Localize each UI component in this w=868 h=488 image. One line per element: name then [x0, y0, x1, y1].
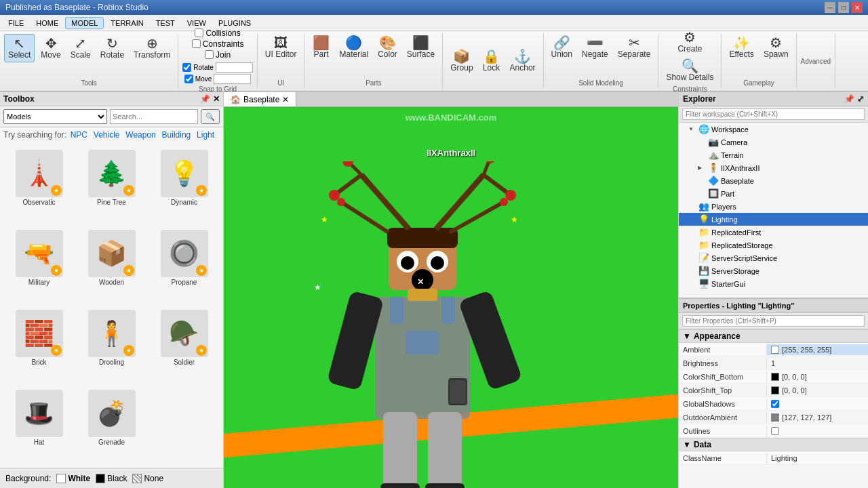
- prop-row: ColorShift_Top[0, 0, 0]: [679, 384, 868, 397]
- surface-button[interactable]: ⬛ Surface: [403, 34, 438, 61]
- explorer-pin-icon[interactable]: 📌: [844, 94, 854, 104]
- toolbox-item-name: Wooden: [99, 279, 124, 286]
- prop-checkbox[interactable]: [771, 427, 779, 435]
- part-button[interactable]: 🟫 Part: [309, 34, 333, 61]
- toolbox-item[interactable]: 🔫 ★ Military: [4, 226, 74, 304]
- hint-vehicle[interactable]: Vehicle: [94, 130, 120, 140]
- badge-icon: ★: [196, 345, 207, 356]
- bg-none-option[interactable]: None: [132, 474, 163, 483]
- explorer-maximize-icon[interactable]: ⤢: [857, 94, 864, 104]
- toolbox-item[interactable]: 🧱 ★ Brick: [4, 306, 74, 384]
- menu-file[interactable]: FILE: [3, 18, 29, 28]
- rotate-angle-input[interactable]: 0.000 °: [216, 62, 253, 73]
- hint-npc[interactable]: NPC: [71, 130, 87, 140]
- group-button[interactable]: 📦 Group: [447, 47, 476, 75]
- move-snap-checkbox[interactable]: [184, 75, 193, 83]
- material-button[interactable]: 🔵 Material: [336, 34, 372, 61]
- maximize-button[interactable]: □: [838, 2, 849, 13]
- collisions-label: Collisions: [205, 28, 240, 38]
- properties-search-input[interactable]: [682, 315, 865, 327]
- search-input[interactable]: [110, 109, 198, 124]
- minimize-button[interactable]: ─: [825, 2, 835, 13]
- baseplate-tab-close[interactable]: ✕: [282, 95, 289, 104]
- toolbox-item[interactable]: 🎩 Hat: [4, 386, 74, 464]
- window-controls[interactable]: ─ □ ✕: [825, 2, 863, 13]
- toolbox-item[interactable]: 📦 ★ Wooden: [77, 226, 146, 304]
- close-button[interactable]: ✕: [852, 2, 863, 13]
- lock-button[interactable]: 🔒 Lock: [479, 47, 504, 75]
- hint-building[interactable]: Building: [162, 130, 191, 140]
- toolbox-item[interactable]: 🗼 ★ Observatic: [4, 146, 74, 224]
- toolbox-item[interactable]: 🧍 ★ Drooling: [77, 306, 146, 384]
- search-button[interactable]: 🔍: [201, 109, 220, 124]
- select-button[interactable]: ↖ Select: [4, 34, 35, 62]
- badge-icon: ★: [51, 265, 62, 276]
- tree-item[interactable]: ▼ 🌐 Workspace: [679, 123, 868, 136]
- tree-item[interactable]: 📷 Camera: [679, 136, 868, 148]
- prop-value[interactable]: [767, 426, 868, 436]
- category-select[interactable]: Models: [3, 109, 107, 124]
- toolbox-item[interactable]: 🔘 ★ Propane: [149, 226, 219, 304]
- prop-checkbox[interactable]: [771, 400, 779, 408]
- baseplate-tab[interactable]: 🏠 Baseplate ✕: [224, 92, 296, 106]
- toolbox-item[interactable]: 💣 Grenade: [77, 386, 146, 464]
- menu-model[interactable]: MODEL: [65, 17, 104, 29]
- create-button[interactable]: ⚙ Create: [674, 28, 705, 56]
- spawn-button[interactable]: ⚙ Spawn: [760, 34, 792, 61]
- prop-value[interactable]: 1: [767, 358, 868, 369]
- move-button[interactable]: ✥ Move: [37, 35, 64, 62]
- prop-section-header[interactable]: ▼Data: [679, 438, 868, 451]
- anchor-button[interactable]: ⚓ Anchor: [507, 47, 539, 75]
- tree-item[interactable]: 📁 ReplicatedFirst: [679, 226, 868, 239]
- toolbox-item[interactable]: 🪖 ★ Soldier: [149, 306, 219, 384]
- menu-terrain[interactable]: TERRAIN: [105, 18, 149, 28]
- menu-plugins[interactable]: PLUGINS: [213, 18, 256, 28]
- toolbox-item[interactable]: 💡 ★ Dynamic: [149, 146, 219, 224]
- rotate-button[interactable]: ↻ Rotate: [97, 35, 127, 62]
- tree-item[interactable]: 📁 ReplicatedStorage: [679, 239, 868, 251]
- hint-weapon[interactable]: Weapon: [125, 130, 155, 140]
- transform-button[interactable]: ⊕ Transform: [130, 35, 174, 62]
- prop-value[interactable]: [0, 0, 0]: [767, 371, 868, 382]
- collisions-checkbox[interactable]: [195, 28, 203, 37]
- move-studs-input[interactable]: 0.00 studs: [214, 74, 251, 84]
- explorer-search-input[interactable]: [682, 108, 865, 120]
- union-button[interactable]: 🔗 Union: [548, 34, 576, 61]
- tree-item[interactable]: 🔷 Baseplate: [679, 174, 868, 187]
- negate-button[interactable]: ➖ Negate: [578, 34, 612, 61]
- menu-view[interactable]: VIEW: [182, 18, 212, 28]
- toolbox-pin-icon[interactable]: 📌: [200, 94, 210, 104]
- toolbox-item[interactable]: 🌲 ★ Pine Tree: [77, 146, 146, 224]
- menu-home[interactable]: HOME: [31, 18, 64, 28]
- prop-value[interactable]: Lighting: [767, 453, 868, 464]
- ui-editor-button[interactable]: 🖼 UI Editor: [262, 34, 300, 61]
- prop-value[interactable]: [127, 127, 127]: [767, 412, 868, 423]
- show-details-button[interactable]: 🔍 Show Details: [663, 57, 717, 84]
- prop-section-header[interactable]: ▼Appearance: [679, 329, 868, 343]
- tree-item[interactable]: 👥 Players: [679, 200, 868, 213]
- effects-button[interactable]: ✨ Effects: [726, 34, 757, 61]
- join-checkbox[interactable]: [205, 50, 214, 59]
- tree-item[interactable]: 💡 Lighting: [679, 213, 868, 226]
- menu-test[interactable]: TEST: [151, 18, 180, 28]
- toolbox-close-icon[interactable]: ✕: [213, 94, 220, 104]
- tree-item[interactable]: 📝 ServerScriptService: [679, 251, 868, 264]
- tree-item[interactable]: ▶ 🧍 IIXAnthraxII: [679, 161, 868, 174]
- tree-item[interactable]: 🖥️ StarterGui: [679, 277, 868, 290]
- tree-item[interactable]: 💾 ServerStorage: [679, 264, 868, 277]
- separate-button[interactable]: ✂ Separate: [614, 34, 654, 61]
- prop-value[interactable]: [255, 255, 255]: [767, 344, 868, 355]
- hint-light[interactable]: Light: [197, 130, 214, 140]
- constraints-checkbox[interactable]: [192, 39, 201, 48]
- bg-black-option[interactable]: Black: [96, 474, 127, 483]
- prop-value[interactable]: [0, 0, 0]: [767, 385, 868, 396]
- prop-value[interactable]: [767, 399, 868, 409]
- rotate-snap-checkbox[interactable]: [182, 63, 191, 72]
- bg-white-option[interactable]: White: [56, 474, 90, 483]
- tree-item[interactable]: ⛰️ Terrain: [679, 148, 868, 161]
- scale-button[interactable]: ⤢ Scale: [67, 35, 94, 62]
- tree-item[interactable]: 🔲 Part: [679, 187, 868, 200]
- viewport-content[interactable]: www.BANDICAM.com IIXAnthraxII ✕: [224, 107, 678, 488]
- show-details-icon: 🔍: [682, 59, 698, 73]
- color-button[interactable]: 🎨 Color: [374, 34, 401, 61]
